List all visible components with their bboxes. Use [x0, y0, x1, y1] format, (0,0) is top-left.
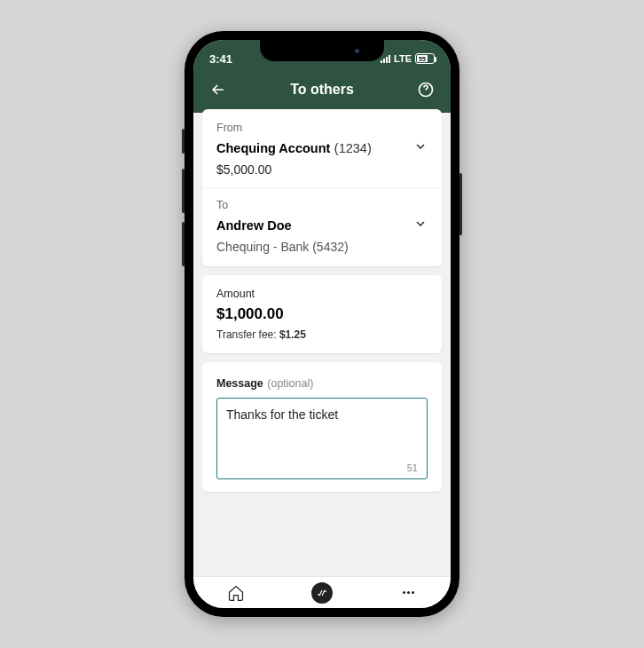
- message-input[interactable]: Thanks for the ticket 51: [216, 398, 428, 479]
- to-label: To: [216, 199, 428, 211]
- message-card: Message (optional) Thanks for the ticket…: [202, 362, 442, 492]
- message-label: Message: [216, 377, 263, 390]
- message-count: 51: [407, 462, 418, 473]
- network-label: LTE: [394, 53, 412, 64]
- fee-value: $1.25: [279, 328, 306, 341]
- home-icon: [227, 584, 245, 602]
- to-section[interactable]: To Andrew Doe Chequing - Bank (5432): [216, 199, 428, 254]
- volume-down-button: [182, 222, 185, 266]
- from-section[interactable]: From Chequing Account (1234) $5,000.00: [216, 122, 428, 177]
- amount-label: Amount: [216, 288, 428, 300]
- phone-frame: 3:41 LTE 55 To others From: [185, 31, 459, 617]
- divider: [202, 187, 442, 188]
- fee-label: Transfer fee:: [216, 328, 277, 341]
- help-icon: [417, 81, 435, 99]
- nav-more-button[interactable]: [398, 583, 418, 603]
- message-text: Thanks for the ticket: [226, 407, 338, 422]
- more-icon: [403, 591, 414, 594]
- amount-value: $1,000.00: [216, 305, 428, 323]
- bottom-nav: [193, 576, 451, 608]
- screen: 3:41 LTE 55 To others From: [193, 40, 451, 608]
- content-area: From Chequing Account (1234) $5,000.00: [193, 109, 451, 492]
- page-title: To others: [290, 82, 354, 98]
- from-to-card: From Chequing Account (1234) $5,000.00: [202, 109, 442, 266]
- nav-bar: To others: [193, 68, 451, 113]
- from-balance: $5,000.00: [216, 162, 428, 177]
- from-label: From: [216, 122, 428, 134]
- chevron-down-icon: [413, 217, 428, 234]
- from-account-name: Chequing Account: [216, 141, 330, 155]
- to-detail: Chequing - Bank (5432): [216, 240, 428, 254]
- notch: [260, 40, 384, 61]
- power-button: [459, 173, 462, 235]
- chevron-down-icon: [413, 139, 428, 157]
- volume-up-button: [182, 169, 185, 213]
- status-time: 3:41: [209, 52, 232, 66]
- to-name: Andrew Doe: [216, 218, 292, 233]
- message-optional: (optional): [267, 377, 313, 390]
- arrow-left-icon: [209, 81, 227, 99]
- signal-icon: [381, 54, 390, 63]
- transfer-icon: [316, 587, 328, 599]
- back-button[interactable]: [208, 79, 229, 100]
- nav-home-button[interactable]: [226, 583, 246, 603]
- battery-icon: 55: [415, 53, 435, 64]
- from-account-number: (1234): [334, 141, 372, 155]
- amount-card[interactable]: Amount $1,000.00 Transfer fee: $1.25: [202, 275, 442, 353]
- nav-transfer-button[interactable]: [311, 582, 333, 604]
- help-button[interactable]: [415, 79, 436, 100]
- side-button: [182, 129, 185, 154]
